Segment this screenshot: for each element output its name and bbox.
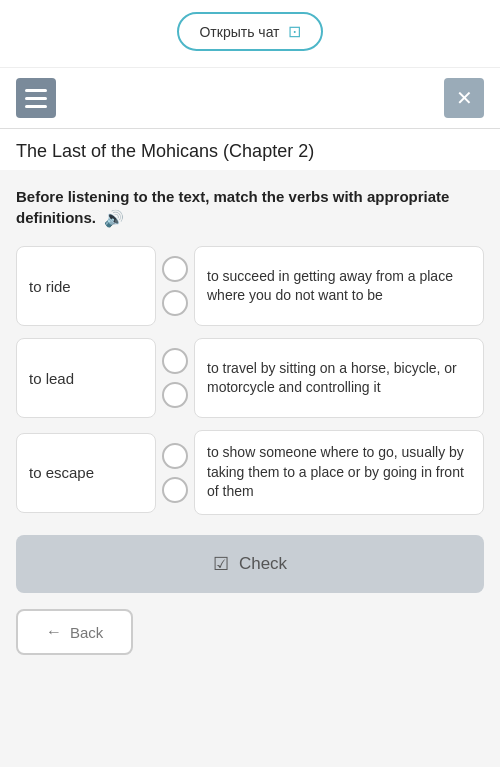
check-section: ☑ Check [16, 535, 484, 593]
match-row-0: to ride to succeed in getting away from … [16, 246, 484, 326]
radio-right-2[interactable] [162, 477, 188, 503]
verb-2: to escape [16, 433, 156, 513]
radio-right-0[interactable] [162, 290, 188, 316]
title-text: The Last of the Mohicans (Chapter 2) [16, 141, 314, 161]
verb-0: to ride [16, 246, 156, 326]
speaker-icon[interactable]: 🔊 [104, 208, 124, 230]
match-row-2: to escape to show someone where to go, u… [16, 430, 484, 515]
radio-group-1 [162, 348, 188, 408]
radio-group-0 [162, 256, 188, 316]
header: ✕ [0, 68, 500, 129]
radio-left-2[interactable] [162, 443, 188, 469]
page-title: The Last of the Mohicans (Chapter 2) [0, 129, 500, 170]
check-button[interactable]: ☑ Check [16, 535, 484, 593]
main-content: Before listening to the text, match the … [0, 170, 500, 671]
definition-1: to travel by sitting on a horse, bicycle… [194, 338, 484, 418]
verb-1: to lead [16, 338, 156, 418]
menu-button[interactable] [16, 78, 56, 118]
instruction-text: Before listening to the text, match the … [16, 186, 484, 230]
definition-2: to show someone where to go, usually by … [194, 430, 484, 515]
chat-button[interactable]: Открыть чат ⊡ [177, 12, 322, 51]
check-label: Check [239, 554, 287, 574]
menu-line [25, 97, 47, 100]
radio-left-1[interactable] [162, 348, 188, 374]
menu-line [25, 89, 47, 92]
back-section: ← Back [16, 609, 484, 655]
close-icon: ✕ [456, 86, 473, 110]
close-button[interactable]: ✕ [444, 78, 484, 118]
definition-0: to succeed in getting away from a place … [194, 246, 484, 326]
radio-right-1[interactable] [162, 382, 188, 408]
back-arrow-icon: ← [46, 623, 62, 641]
back-label: Back [70, 624, 103, 641]
match-row-1: to lead to travel by sitting on a horse,… [16, 338, 484, 418]
chat-button-label: Открыть чат [199, 24, 279, 40]
top-bar: Открыть чат ⊡ [0, 0, 500, 68]
back-button[interactable]: ← Back [16, 609, 133, 655]
menu-line [25, 105, 47, 108]
radio-group-2 [162, 443, 188, 503]
chat-icon: ⊡ [288, 22, 301, 41]
check-icon: ☑ [213, 553, 229, 575]
radio-left-0[interactable] [162, 256, 188, 282]
